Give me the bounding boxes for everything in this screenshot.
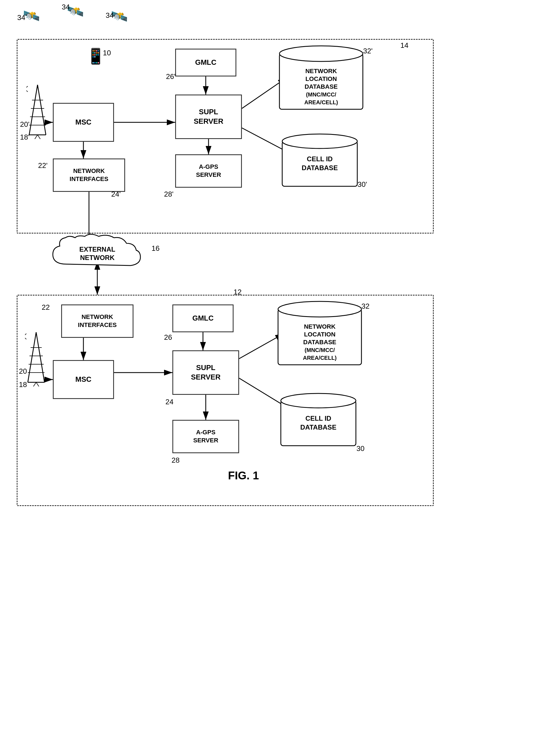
ref-22p: 22': [38, 161, 47, 170]
svg-text:EXTERNAL: EXTERNAL: [79, 246, 115, 253]
ref-20: 20: [19, 367, 27, 376]
bot-cell-id-db: CELL ID DATABASE: [280, 393, 357, 447]
ref-34b: 34: [62, 3, 70, 12]
bot-network-interfaces-box: NETWORK INTERFACES: [61, 305, 133, 338]
svg-line-27: [38, 135, 40, 139]
svg-point-51: [278, 301, 361, 317]
tower-top: [26, 83, 49, 140]
satellite-1: 🛰️: [23, 8, 40, 24]
ref-26p: 26': [166, 72, 175, 81]
ref-12: 12: [233, 288, 242, 296]
svg-text:AREA/CELL): AREA/CELL): [304, 99, 338, 105]
ref-32p: 32': [363, 47, 373, 55]
ref-18: 18: [19, 380, 27, 389]
ref-30p: 30': [358, 180, 367, 189]
phone-icon-top: 📱: [86, 47, 105, 65]
top-network-loc-db: NETWORK LOCATION DATABASE (MNC/MCC/ AREA…: [278, 45, 364, 112]
bot-gmlc-box: GMLC: [173, 305, 233, 332]
svg-text:(MNC/MCC/: (MNC/MCC/: [306, 92, 336, 97]
svg-text:NETWORK: NETWORK: [80, 254, 115, 261]
ref-22: 22: [42, 303, 50, 312]
svg-line-49: [36, 382, 39, 387]
svg-point-36: [282, 134, 357, 148]
ref-28: 28: [172, 456, 180, 465]
svg-text:LOCATION: LOCATION: [304, 331, 335, 338]
svg-line-26: [35, 135, 38, 139]
ref-34c: 34: [106, 11, 114, 20]
svg-text:(MNC/MCC/: (MNC/MCC/: [305, 347, 335, 353]
svg-text:CELL ID: CELL ID: [307, 155, 333, 163]
ref-10: 10: [103, 49, 111, 57]
svg-text:AREA/CELL): AREA/CELL): [303, 355, 336, 361]
top-agps-server-box: A-GPS SERVER: [175, 154, 242, 188]
ref-32: 32: [361, 302, 369, 310]
ref-24p: 24': [111, 190, 121, 199]
fig-label: FIG. 1: [228, 469, 259, 482]
svg-line-19: [29, 85, 38, 135]
top-supl-server-box: SUPL SERVER: [175, 94, 242, 139]
ref-18p: 18': [20, 133, 30, 142]
top-network-interfaces-box: NETWORK INTERFACES: [53, 158, 125, 192]
bot-agps-server-box: A-GPS SERVER: [173, 420, 239, 453]
bot-supl-server-box: SUPL SERVER: [173, 350, 239, 395]
svg-line-48: [33, 382, 36, 387]
ref-26: 26: [164, 333, 172, 342]
svg-text:LOCATION: LOCATION: [305, 75, 337, 82]
ref-14: 14: [400, 41, 409, 50]
svg-point-58: [281, 393, 356, 408]
svg-text:DATABASE: DATABASE: [303, 339, 336, 346]
ref-16: 16: [151, 244, 160, 253]
top-msc-box: MSC: [53, 103, 114, 142]
tower-bottom: [25, 331, 47, 388]
ref-30: 30: [357, 444, 364, 453]
top-gmlc-box: GMLC: [175, 49, 236, 76]
svg-text:DATABASE: DATABASE: [305, 83, 338, 90]
top-cell-id-db: CELL ID DATABASE: [281, 133, 359, 188]
diagram-container: 14 🛰️ 🛰️ 🛰️ 34 34 34 📱 10 20' 18' MSC: [0, 0, 533, 756]
bot-network-loc-db: NETWORK LOCATION DATABASE (MNC/MCC/ AREA…: [277, 301, 363, 367]
svg-point-29: [280, 46, 363, 62]
external-network-cloud: EXTERNAL NETWORK: [44, 233, 150, 273]
svg-text:CELL ID: CELL ID: [306, 415, 332, 422]
svg-text:NETWORK: NETWORK: [305, 68, 337, 74]
svg-line-20: [38, 85, 46, 135]
ref-24: 24: [166, 398, 173, 406]
ref-28p: 28': [164, 190, 173, 199]
ref-20p: 20': [20, 120, 30, 129]
svg-line-41: [28, 332, 36, 382]
ref-34a: 34: [17, 14, 25, 22]
svg-line-42: [36, 332, 44, 382]
svg-text:DATABASE: DATABASE: [300, 423, 336, 431]
svg-text:DATABASE: DATABASE: [302, 164, 338, 172]
bot-msc-box: MSC: [53, 360, 114, 399]
svg-text:NETWORK: NETWORK: [304, 323, 335, 330]
